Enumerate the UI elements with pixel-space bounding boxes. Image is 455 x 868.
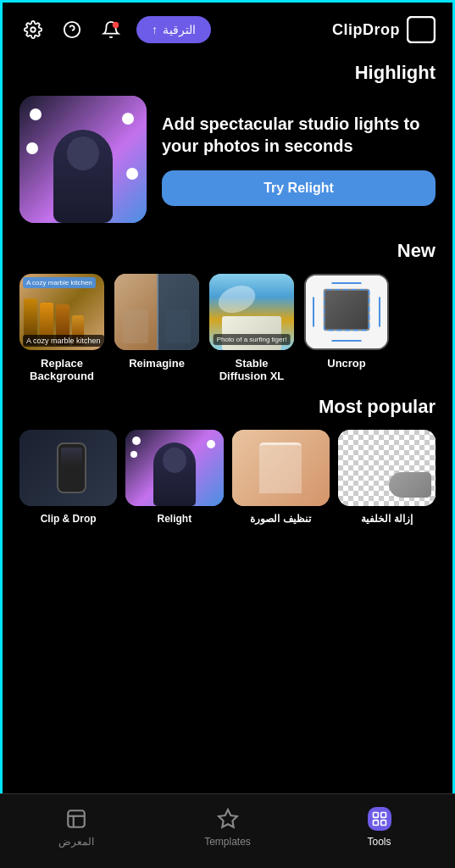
nav-gallery[interactable]: المعرض: [0, 807, 152, 848]
highlight-heading: Add spectacular studio lights to your ph…: [162, 113, 436, 157]
svg-rect-6: [422, 31, 430, 40]
svg-rect-5: [412, 19, 420, 28]
settings-button[interactable]: [19, 16, 47, 43]
upgrade-label: الترقية: [163, 23, 196, 36]
light-dot-1: [30, 108, 42, 120]
tool-replace-background[interactable]: A cozy marble kitchen A cozy marble kitc…: [19, 274, 104, 382]
popular-name-remove: إزالة الخلفية: [361, 513, 412, 525]
thumb-stable: Photo of a surfing tiger!: [209, 274, 294, 350]
light-dot-4: [122, 113, 134, 125]
svg-rect-4: [408, 17, 435, 42]
tool-stable-diffusion[interactable]: Photo of a surfing tiger! StableDiffusio…: [209, 274, 294, 382]
svg-rect-7: [68, 810, 85, 827]
notification-button[interactable]: [97, 16, 125, 43]
nav-tools[interactable]: Tools: [303, 807, 455, 848]
popular-name-relight: Relight: [158, 513, 192, 525]
shoe-icon: [389, 472, 431, 498]
light-dot-3: [126, 168, 138, 180]
thumb-clean: [232, 430, 330, 506]
templates-icon: [216, 807, 240, 831]
nav-tools-label: Tools: [367, 836, 391, 848]
tool-name-stable: StableDiffusion XL: [219, 357, 285, 382]
new-section-title: New: [19, 240, 436, 262]
popular-grid: Clip & Drop Relight: [19, 430, 436, 525]
nav-templates-label: Templates: [204, 836, 251, 848]
tool-name-reimagine: Reimagine: [129, 357, 185, 370]
gallery-icon: [64, 807, 88, 831]
tools-icon: [368, 807, 391, 831]
light-dot-2: [26, 142, 38, 154]
nav-templates[interactable]: Templates: [152, 807, 303, 848]
tool-uncrop[interactable]: Uncrop: [304, 274, 389, 382]
nav-gallery-label: المعرض: [58, 836, 94, 848]
tool-relight[interactable]: Relight: [125, 430, 223, 525]
thumb-clip: [19, 430, 117, 506]
upgrade-icon: ↑: [152, 23, 158, 36]
thumb-remove: [338, 430, 436, 506]
thumb-reimagine: [114, 274, 199, 350]
logo-text: ClipDrop: [332, 21, 400, 39]
replace-badge: A cozy marble kitchen: [23, 277, 96, 288]
highlight-section: Highlight Add spectacular studio lights …: [3, 53, 452, 240]
popular-section: Most popular Clip & Drop: [3, 396, 452, 538]
logo-icon: [407, 16, 436, 43]
popular-name-clean: تنظيف الصورة: [250, 513, 310, 525]
new-section: New A cozy marble kitchen A cozy marble …: [3, 240, 452, 396]
tool-name-replace: ReplaceBackground: [30, 357, 94, 382]
svg-rect-11: [380, 820, 386, 825]
highlight-card: Add spectacular studio lights to your ph…: [19, 96, 436, 223]
highlight-image: [19, 96, 147, 223]
svg-point-0: [31, 27, 36, 32]
stable-label: Photo of a surfing tiger!: [214, 334, 291, 345]
help-button[interactable]: [58, 16, 86, 43]
svg-rect-10: [373, 820, 378, 825]
header-right: ClipDrop: [332, 16, 436, 43]
replace-label: A cozy marble kitchen: [23, 335, 104, 347]
tool-cleanup[interactable]: تنظيف الصورة: [232, 430, 330, 525]
popular-name-clip: Clip & Drop: [41, 513, 97, 525]
highlight-title: Highlight: [19, 62, 436, 84]
tool-name-uncrop: Uncrop: [327, 357, 366, 370]
highlight-text-block: Add spectacular studio lights to your ph…: [162, 113, 436, 206]
upgrade-button[interactable]: ↑ الترقية: [136, 16, 211, 43]
tool-clip-drop[interactable]: Clip & Drop: [19, 430, 117, 525]
bottom-nav: المعرض Templates Tools: [0, 793, 455, 868]
new-tools-grid: A cozy marble kitchen A cozy marble kitc…: [19, 274, 436, 382]
tool-remove-bg[interactable]: إزالة الخلفية: [338, 430, 436, 525]
thumb-uncrop: [304, 274, 389, 350]
thumb-replace: A cozy marble kitchen A cozy marble kitc…: [19, 274, 104, 350]
thumb-relight: [125, 430, 223, 506]
svg-rect-8: [373, 812, 378, 817]
tool-reimagine[interactable]: Reimagine: [114, 274, 199, 382]
popular-section-title: Most popular: [19, 396, 436, 418]
try-relight-button[interactable]: Try Relight: [162, 170, 436, 206]
main-scroll[interactable]: ↑ الترقية ClipDrop Highlight: [3, 3, 452, 796]
header-left: ↑ الترقية: [19, 16, 211, 43]
svg-rect-9: [380, 812, 386, 817]
header: ↑ الترقية ClipDrop: [3, 3, 452, 53]
svg-point-3: [113, 22, 119, 28]
